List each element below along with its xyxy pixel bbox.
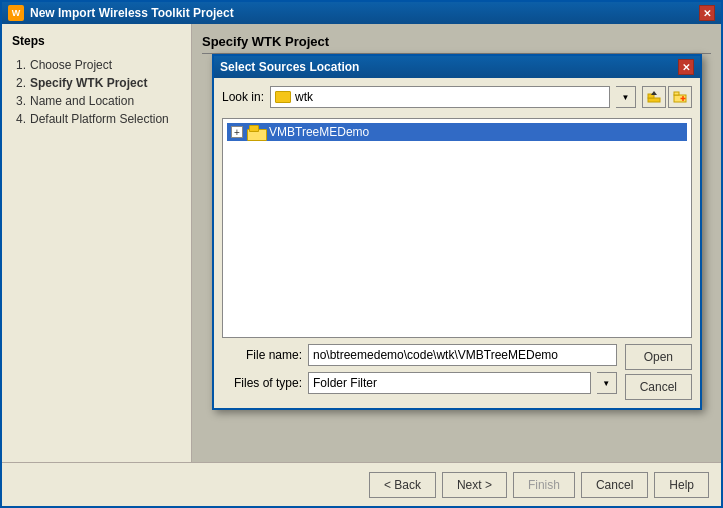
select-sources-dialog: Select Sources Location ✕ Look in: wtk [212,54,702,410]
sidebar: Steps 1. Choose Project 2. Specify WTK P… [2,24,192,462]
steps-list: 1. Choose Project 2. Specify WTK Project… [12,56,181,128]
main-window-icon: W [8,5,24,21]
look-in-dropdown-button[interactable]: ▼ [616,86,636,108]
back-button[interactable]: < Back [369,472,436,498]
look-in-label: Look in: [222,90,264,104]
step-number-2: 2. [16,76,26,90]
expand-icon[interactable]: + [231,126,243,138]
files-of-type-row: Files of type: Folder Filter ▼ [222,372,617,394]
files-of-type-label: Files of type: [222,376,302,390]
svg-marker-2 [651,91,657,95]
main-close-button[interactable]: ✕ [699,5,715,21]
dialog-action-buttons: Open Cancel [625,344,692,400]
file-name-row: File name: [222,344,617,366]
main-titlebar: W New Import Wireless Toolkit Project ✕ [2,2,721,24]
finish-button[interactable]: Finish [513,472,575,498]
navigation-buttons [642,86,692,108]
dialog-body: Look in: wtk ▼ [214,78,700,408]
main-window-title: New Import Wireless Toolkit Project [30,6,699,20]
files-of-type-dropdown-button[interactable]: ▼ [597,372,617,394]
dialog-cancel-button[interactable]: Cancel [625,374,692,400]
step-item-2: 2. Specify WTK Project [16,74,181,92]
dialog-close-button[interactable]: ✕ [678,59,694,75]
look-in-row: Look in: wtk ▼ [222,86,692,108]
step-number-3: 3. [16,94,26,108]
cancel-button[interactable]: Cancel [581,472,648,498]
open-button[interactable]: Open [625,344,692,370]
dialog-titlebar: Select Sources Location ✕ [214,56,700,78]
step-item-3: 3. Name and Location [16,92,181,110]
nav-up-button[interactable] [642,86,666,108]
file-name-input[interactable] [308,344,617,366]
folder-icon-tree [247,125,265,139]
nav-new-folder-button[interactable] [668,86,692,108]
modal-overlay: Select Sources Location ✕ Look in: wtk [192,24,721,462]
main-content: Steps 1. Choose Project 2. Specify WTK P… [2,24,721,462]
svg-rect-0 [648,98,660,102]
tree-item-label: VMBTreeMEDemo [269,125,369,139]
step-label-1: Choose Project [30,58,112,72]
folder-icon [275,91,291,103]
bottom-form-area: File name: Files of type: Folder Filter … [222,344,692,400]
look-in-combo[interactable]: wtk [270,86,610,108]
file-name-label: File name: [222,348,302,362]
look-in-value: wtk [295,90,313,104]
step-number-4: 4. [16,112,26,126]
step-item-4: 4. Default Platform Selection [16,110,181,128]
tree-item-vmbtreedemo[interactable]: + VMBTreeMEDemo [227,123,687,141]
right-panel: Specify WTK Project Select Sources Locat… [192,24,721,462]
files-of-type-value: Folder Filter [313,376,586,390]
sidebar-title: Steps [12,34,181,48]
step-label-2: Specify WTK Project [30,76,147,90]
help-button[interactable]: Help [654,472,709,498]
main-window: W New Import Wireless Toolkit Project ✕ … [0,0,723,508]
step-label-4: Default Platform Selection [30,112,169,126]
next-button[interactable]: Next > [442,472,507,498]
bottom-form-left: File name: Files of type: Folder Filter … [222,344,617,400]
step-number-1: 1. [16,58,26,72]
step-label-3: Name and Location [30,94,134,108]
svg-rect-4 [674,92,679,95]
bottom-bar: < Back Next > Finish Cancel Help [2,462,721,506]
file-tree[interactable]: + VMBTreeMEDemo [222,118,692,338]
dialog-title: Select Sources Location [220,60,678,74]
files-of-type-combo[interactable]: Folder Filter [308,372,591,394]
step-item-1: 1. Choose Project [16,56,181,74]
